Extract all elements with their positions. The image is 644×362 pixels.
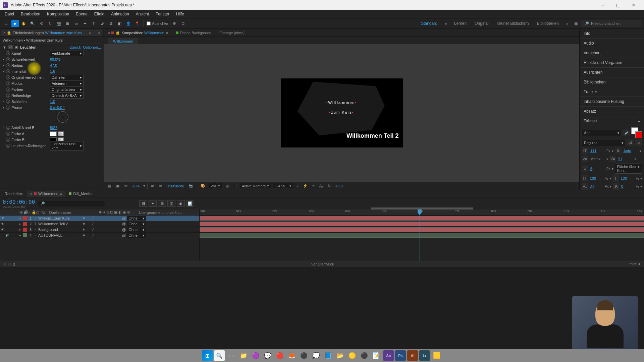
tab-close-icon[interactable]: × [108,31,110,35]
audio-icon[interactable] [5,216,9,220]
twirl-icon[interactable]: ▸ [3,58,6,61]
timeline-tracks[interactable]: :00s01s02s03s04s05s06s07s08s09s10s11s12s [200,209,644,261]
photoshop-icon[interactable]: Ps [395,350,406,361]
solo-icon[interactable] [9,216,13,220]
twirl-icon[interactable]: ▸ [19,234,23,237]
effect-enable-icon[interactable]: ▣ [15,45,18,49]
kanal-dropdown[interactable]: Farbkanäle▾ [50,51,84,56]
firefox-icon[interactable]: 🦊 [286,350,297,361]
tab-close-icon[interactable]: × [3,31,5,35]
guides-icon[interactable]: ⊡ [232,183,238,188]
app-icon[interactable]: 🟨 [431,350,442,361]
3d-icon[interactable]: 👁 [123,184,129,188]
rotate-tool-icon[interactable]: ↻ [46,20,54,27]
puppet-tool-icon[interactable]: 📍 [133,20,141,27]
stroke-width-input[interactable]: 5 [590,166,605,171]
comp-subtab[interactable]: Willkommen [108,38,138,44]
pickwhip-icon[interactable]: @ [122,222,126,226]
workspace-original[interactable]: Original [471,20,492,27]
resolution-dropdown[interactable]: Voll▾ [209,183,222,188]
camera-dropdown[interactable]: Aktive Kamera▾ [240,183,271,188]
frame-blend-icon[interactable]: ◫ [167,200,175,207]
intensitat-value[interactable]: 1,6 [50,69,55,73]
workspace-bibliotheken[interactable]: Bibliotheken [534,20,562,27]
toggle-brackets-icon[interactable]: {} [13,262,15,266]
solo-icon[interactable] [9,233,13,237]
layer-row[interactable]: 🔊 ▸ 4 ▫ AUTOUNFALL ✱ ╱ @ Ohne▾ [0,233,199,238]
farbe-a-swatch[interactable] [50,131,57,136]
hand-tool-icon[interactable]: ✋ [20,20,28,27]
work-area-bar[interactable] [371,207,473,209]
help-search-input[interactable]: 🔎 Hilfe durchsuchen [581,20,641,27]
layer-row[interactable]: 👁 ▸ 3 ▫ Background ✱ ╱ @ Ohne▾ [0,227,199,233]
twirl-icon[interactable]: ▸ [19,228,23,231]
text-layer-1[interactable]: •Willkommen• •zum Kurs• [326,97,357,117]
minimize-button[interactable]: ─ [595,0,610,10]
schwellenwert-value[interactable]: 60,0% [50,57,60,61]
label-color[interactable] [23,216,27,220]
workspace-panel-icon[interactable]: ▦ [572,20,580,27]
modus-dropdown[interactable]: Addieren▾ [50,81,84,86]
no-fill-icon[interactable]: ⊘ [635,139,642,146]
explorer-icon[interactable]: 📁 [238,350,249,361]
farben-dropdown[interactable]: Originalfarben▾ [50,87,84,93]
effect-options-link[interactable]: Optionen... [83,45,101,49]
shape-tool-icon[interactable]: ▭ [72,20,80,27]
stopwatch-icon[interactable]: ◷ [6,69,10,73]
pan-behind-tool-icon[interactable]: ⊞ [64,20,71,27]
draft-3d-icon[interactable]: ✦ [149,200,157,207]
stopwatch-icon[interactable]: ◷ [6,63,10,67]
radius-value[interactable]: 47,0 [50,63,57,67]
shy-icon[interactable]: ⊟ [158,200,166,207]
snap-checkbox[interactable]: Ausrichten [147,21,169,25]
kerning-input[interactable]: Metrik [590,157,605,161]
motion-blur-icon[interactable]: ◉ [177,200,185,207]
audio-icon[interactable] [5,228,9,232]
audio-icon[interactable]: 🔊 [5,233,9,237]
phase-dial[interactable] [57,111,68,123]
switches-modes-toggle[interactable]: Schalter/Modi [311,262,334,266]
comp-tab-footage[interactable]: Footage (ohne) [217,30,247,36]
pixel-aspect-icon[interactable]: ▫ [296,184,300,188]
after-effects-icon[interactable]: Ae [383,350,394,361]
tag-icon[interactable]: 🏷 [36,210,40,215]
effect-name[interactable]: Leuchten [20,45,37,49]
effects-panel-header[interactable]: Effekte und Vorgaben [580,58,644,68]
stopwatch-icon[interactable]: ◷ [6,94,10,98]
font-color-swatch[interactable] [631,127,642,138]
timeline-icon[interactable]: ≡ [311,184,316,188]
tab-menu-icon[interactable]: ≡ [166,31,168,35]
parent-dropdown[interactable]: Ohne▾ [127,222,146,226]
snap-grid-icon[interactable]: ⊡ [179,20,187,27]
font-style-dropdown[interactable]: Regular▾ [582,140,626,146]
parent-dropdown[interactable]: Ohne▾ [127,228,146,232]
hscale-input[interactable]: 100 [620,176,635,181]
lightroom-icon[interactable]: Lr [419,350,430,361]
toggle-modes-icon[interactable]: ⊡ [8,262,11,266]
parent-dropdown[interactable]: Ohne▾ [127,233,146,238]
menu-ansicht[interactable]: Ansicht [132,11,152,17]
visibility-icon[interactable]: 👁 [1,222,5,226]
visibility-icon[interactable] [1,233,5,237]
solo-icon[interactable] [9,222,13,226]
pickwhip-icon[interactable]: @ [122,233,126,237]
stopwatch-icon[interactable]: ◷ [6,57,10,61]
menu-effekt[interactable]: Effekt [91,11,108,17]
workspace-kleiner[interactable]: Kleiner Bildschirm [493,20,532,27]
roi-icon[interactable]: ▭ [157,183,163,188]
effect-reset-link[interactable]: Zurück [70,45,81,49]
menu-bearbeiten[interactable]: Bearbeiten [17,11,44,17]
app-icon[interactable]: ⚫ [299,350,309,361]
home-icon[interactable]: ⌂ [3,20,10,27]
messenger-icon[interactable]: 💭 [311,350,321,361]
effect-twirl-icon[interactable]: ▼ [3,45,6,49]
comp-tab-layer[interactable]: Ebene Background [173,30,214,36]
effect-controls-tab[interactable]: × 🔒 Effekteinstellungen Willkommen zum K… [1,29,102,36]
roto-tool-icon[interactable]: 👤 [125,20,132,27]
phase-value[interactable]: 0 x+0,0 ° [50,106,65,110]
tracker-panel-header[interactable]: Tracker [580,87,644,97]
tab-menu-icon[interactable]: ≡ [98,31,100,35]
app-icon[interactable]: 🟡 [347,350,358,361]
layer-name[interactable]: Willkommen Teil 2 [38,222,82,226]
visibility-icon[interactable]: 👁 [1,216,5,220]
